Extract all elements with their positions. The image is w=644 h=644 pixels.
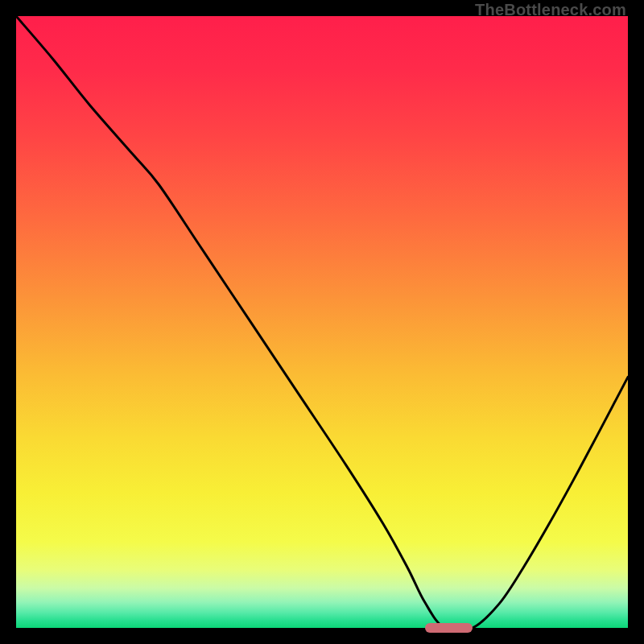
plot-area <box>16 16 628 628</box>
optimal-range-marker <box>425 623 473 633</box>
bottleneck-curve <box>16 16 628 628</box>
curve-layer <box>16 16 628 628</box>
